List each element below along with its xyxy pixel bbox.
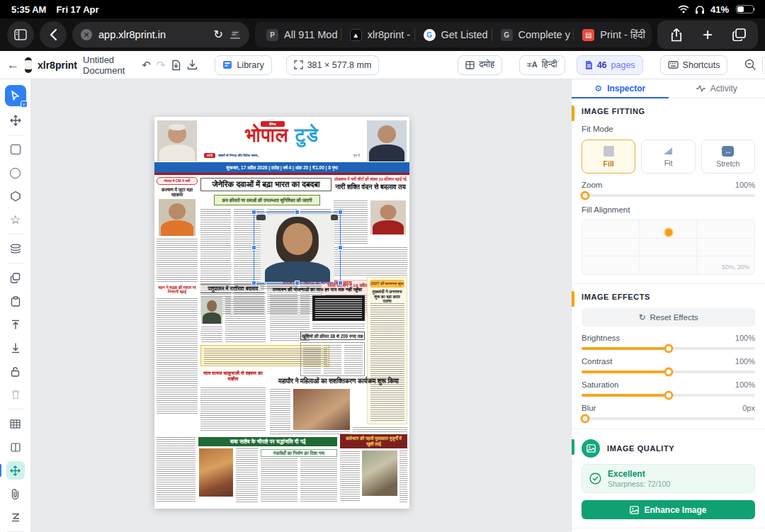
- tab-overview-button[interactable]: [725, 23, 752, 47]
- bring-to-front-tool[interactable]: [6, 315, 25, 334]
- pages-button[interactable]: 46 pages: [577, 55, 643, 75]
- brightness-slider[interactable]: [582, 347, 755, 350]
- document-title[interactable]: Untitled Document: [83, 55, 125, 76]
- address-bar[interactable]: ✕ app.xlr8print.in ↻: [72, 22, 249, 47]
- tab-inspector[interactable]: ⚙ Inspector: [572, 79, 669, 98]
- left-subhead[interactable]: वाहन ने सड़क की रफ्तार पर निगरानी बढ़ाई: [157, 285, 198, 295]
- black-notice-box[interactable]: [312, 295, 365, 321]
- resize-icon: [294, 60, 303, 69]
- back-button[interactable]: [40, 21, 67, 48]
- redact-tool[interactable]: [6, 508, 25, 526]
- zoom-value: 100%: [735, 181, 755, 189]
- body-text-lines: [201, 327, 222, 342]
- browser-tab[interactable]: G Get Listed: [415, 22, 492, 47]
- enhance-image-button[interactable]: Enhance Image: [582, 500, 755, 519]
- fit-mode-fill[interactable]: Fill: [582, 140, 635, 174]
- table-tool[interactable]: [6, 414, 25, 433]
- zoom-slider[interactable]: [582, 194, 755, 197]
- newspaper-page[interactable]: दैनिक भोपाल टुडे xlr8 खबरों से निगाह और …: [154, 117, 409, 509]
- babasaheb-headline[interactable]: बाबा साहेब के चौराहे पर श्रद्धांजलि दी ग…: [198, 437, 337, 446]
- lock-tool[interactable]: [6, 362, 25, 380]
- right-headline[interactable]: नारी शक्ति वंदन से बदलाव तय: [334, 183, 407, 191]
- left-kicker[interactable]: भोपाल में CM ने नारी: [157, 177, 198, 185]
- browser-tab[interactable]: G Complete y: [492, 22, 574, 47]
- translate-icon: कA: [527, 61, 538, 69]
- contrast-slider[interactable]: [582, 370, 755, 373]
- ellipse-tool[interactable]: [6, 164, 25, 182]
- selection-handle[interactable]: [295, 281, 300, 285]
- fit-mode-stretch[interactable]: ↔ Stretch: [701, 140, 755, 174]
- collector-headline[interactable]: कलेक्टर की पहली मुलाकात बुजुर्गों में खु…: [340, 434, 407, 448]
- zoom-out-button[interactable]: [744, 59, 756, 71]
- keyboard-icon: [668, 61, 679, 69]
- canvas-size-button[interactable]: 381 × 577.8 mm: [286, 55, 380, 75]
- right-photo: [370, 200, 406, 234]
- stop-loading-icon[interactable]: ✕: [81, 29, 92, 40]
- distribute-tool-selected[interactable]: [6, 461, 25, 480]
- fit-mode-fit[interactable]: Fit: [641, 140, 695, 174]
- activity-icon: [696, 85, 706, 92]
- sidebar-toggle-button[interactable]: [7, 21, 34, 48]
- undo-button[interactable]: ↶: [142, 60, 151, 70]
- polygon-tool[interactable]: [6, 187, 25, 205]
- browser-tab[interactable]: ▲ xlr8print -: [341, 22, 414, 47]
- selection-handle[interactable]: [251, 210, 256, 215]
- selection-handle[interactable]: [338, 210, 343, 215]
- zoom-level-select[interactable]: 37% ▲▼: [762, 56, 765, 74]
- city-button[interactable]: दमोह: [458, 55, 502, 75]
- ghayal-headline[interactable]: सात घायल चाकूबाजी से दहशत का माहौल: [200, 370, 266, 382]
- redo-button[interactable]: ↷: [157, 60, 166, 70]
- app-back-button[interactable]: ←: [7, 59, 19, 71]
- star-tool[interactable]: ☆: [6, 210, 25, 229]
- tab-favicon: G: [501, 29, 513, 41]
- browser-tab[interactable]: ▤ Print - हिंदी: [574, 22, 649, 47]
- masthead-tagline-row: xlr8 खबरों से निगाह और विवेक समय.. पृष्ठ…: [204, 152, 360, 159]
- saturation-slider[interactable]: [582, 394, 755, 397]
- reset-effects-button[interactable]: ↻ Reset Effects: [582, 308, 755, 327]
- language-button[interactable]: कA हिन्दी: [519, 55, 565, 75]
- layers-tool[interactable]: [6, 239, 25, 258]
- khushiyon-headline[interactable]: खुशियों की कीमत 38 से 200 रुपए तक: [300, 332, 365, 340]
- library-button[interactable]: Library: [215, 55, 271, 75]
- shortcuts-button[interactable]: Shortcuts: [660, 55, 728, 75]
- right-kicker[interactable]: लोकसभा में नारी सीटों की संख्या 33 प्रति…: [334, 177, 407, 181]
- design-canvas[interactable]: दैनिक भोपाल टुडे xlr8 खबरों से निगाह और …: [31, 79, 571, 532]
- send-to-back-tool[interactable]: [6, 339, 25, 357]
- browser-tab[interactable]: P All 911 Mod: [258, 22, 341, 47]
- body-text-lines: [236, 448, 258, 502]
- fill-alignment-grid[interactable]: 50%, 20%: [582, 220, 755, 275]
- panchtirth-headline[interactable]: पंचतीर्थों का निर्माण का दिशा गया: [261, 449, 337, 457]
- tab-activity[interactable]: Activity: [669, 79, 765, 98]
- left-photo: [159, 199, 196, 236]
- extension-icon[interactable]: [230, 30, 241, 40]
- selection-handle[interactable]: [251, 281, 256, 285]
- selection-handle[interactable]: [338, 245, 343, 250]
- selection-frame[interactable]: [254, 212, 341, 283]
- new-tab-button[interactable]: +: [694, 23, 721, 47]
- lead-headline[interactable]: जेनेरिक दवाओं में बढ़ा भारत का दबदबा: [200, 178, 332, 191]
- alignment-dot[interactable]: [664, 228, 672, 236]
- export-file-icon[interactable]: [171, 60, 181, 71]
- mahapaur-headline[interactable]: महापौर ने महिलाओं का सशक्तिकरण कार्यक्रम…: [270, 378, 407, 385]
- left-headline[interactable]: कल्याण में जुटा बड़ा महकमा: [157, 187, 198, 198]
- census-column[interactable]: 2027 की जनगणना शुरू मुख्यमंत्री ने जनगणन…: [367, 277, 407, 424]
- paste-tool[interactable]: [6, 292, 25, 310]
- reload-icon[interactable]: ↻: [214, 29, 223, 40]
- select-tool[interactable]: v: [5, 85, 26, 106]
- rectangle-tool[interactable]: [6, 140, 25, 159]
- selection-handle[interactable]: [251, 245, 256, 250]
- delete-tool[interactable]: [6, 385, 25, 404]
- lead-subhead[interactable]: कम कीमतों पर दवाओं की उपलब्धता सुनिश्चित…: [214, 195, 320, 205]
- selection-handle[interactable]: [338, 281, 343, 285]
- move-tool[interactable]: [6, 111, 25, 130]
- download-button[interactable]: [187, 60, 198, 70]
- selection-handle[interactable]: [295, 210, 300, 215]
- attachment-tool[interactable]: [6, 485, 25, 503]
- duplicate-tool[interactable]: [6, 268, 25, 287]
- pages-icon: [584, 60, 593, 70]
- columns-tool[interactable]: [6, 438, 25, 456]
- blur-slider[interactable]: [582, 417, 755, 420]
- tab-strip: P All 911 Mod ▲ xlr8print - G Get Listed…: [255, 22, 652, 47]
- yojna-headline[interactable]: प्रस्तावन की योजनाओं का लाभ हर पात्र तक …: [270, 287, 365, 293]
- share-button[interactable]: [663, 23, 690, 47]
